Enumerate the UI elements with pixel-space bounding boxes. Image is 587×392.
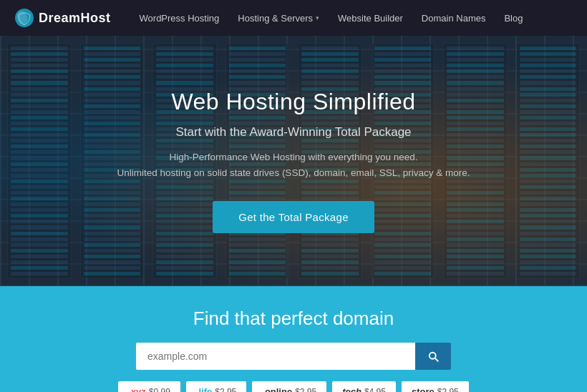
domain-extension-tags: .xyz $0.99 .life $2.95 .online $2.95 tec… — [14, 381, 573, 392]
domain-search-bar — [136, 343, 451, 370]
nav-item-website-builder[interactable]: Website Builder — [331, 9, 410, 28]
hero-description: High-Performance Web Hosting with everyt… — [117, 150, 470, 180]
domain-search-button[interactable] — [415, 343, 451, 370]
hero-content: Web Hosting Simplified Start with the Aw… — [117, 89, 470, 232]
nav-item-wordpress[interactable]: WordPress Hosting — [132, 9, 227, 28]
domain-tag-xyz[interactable]: .xyz $0.99 — [118, 381, 180, 392]
domain-section-title: Find that perfect domain — [14, 308, 573, 330]
hero-desc-line1: High-Performance Web Hosting with everyt… — [169, 152, 417, 162]
hero-title: Web Hosting Simplified — [117, 89, 470, 115]
domain-tag-tech[interactable]: tech $4.95 — [332, 381, 396, 392]
nav-item-hosting[interactable]: Hosting & Servers ▾ — [231, 9, 326, 28]
domain-ext-life: .life — [196, 386, 212, 392]
domain-ext-store: store — [412, 386, 435, 392]
domain-section: Find that perfect domain .xyz $0.99 .lif… — [0, 286, 587, 392]
domain-tag-store[interactable]: store $2.95 — [402, 381, 469, 392]
chevron-down-icon: ▾ — [316, 14, 319, 21]
search-icon — [427, 350, 440, 363]
domain-ext-tech: tech — [342, 386, 362, 392]
domain-price-store: $2.95 — [437, 387, 459, 393]
dreamhost-logo-icon — [14, 8, 34, 28]
nav-links: WordPress Hosting Hosting & Servers ▾ We… — [132, 9, 530, 28]
domain-tag-online[interactable]: .online $2.95 — [252, 381, 326, 392]
domain-ext-xyz: .xyz — [128, 386, 146, 392]
nav-item-domain-names[interactable]: Domain Names — [414, 9, 493, 28]
logo[interactable]: DreamHost — [14, 8, 111, 28]
cta-get-total-package-button[interactable]: Get the Total Package — [213, 201, 374, 233]
domain-search-input[interactable] — [136, 343, 415, 370]
domain-price-xyz: $0.99 — [149, 387, 170, 393]
nav-item-blog[interactable]: Blog — [497, 9, 530, 28]
hero-desc-line2: Unlimited hosting on solid state drives … — [117, 167, 470, 178]
hero-subtitle: Start with the Award-Winning Total Packa… — [117, 125, 470, 139]
logo-text: DreamHost — [39, 11, 111, 26]
domain-ext-online: .online — [262, 386, 292, 392]
navbar: DreamHost WordPress Hosting Hosting & Se… — [0, 0, 587, 36]
domain-tag-life[interactable]: .life $2.95 — [186, 381, 246, 392]
hero-section: Web Hosting Simplified Start with the Aw… — [0, 36, 587, 286]
domain-price-online: $2.95 — [295, 387, 316, 393]
domain-price-tech: $4.95 — [364, 387, 386, 393]
domain-price-life: $2.95 — [215, 387, 236, 393]
